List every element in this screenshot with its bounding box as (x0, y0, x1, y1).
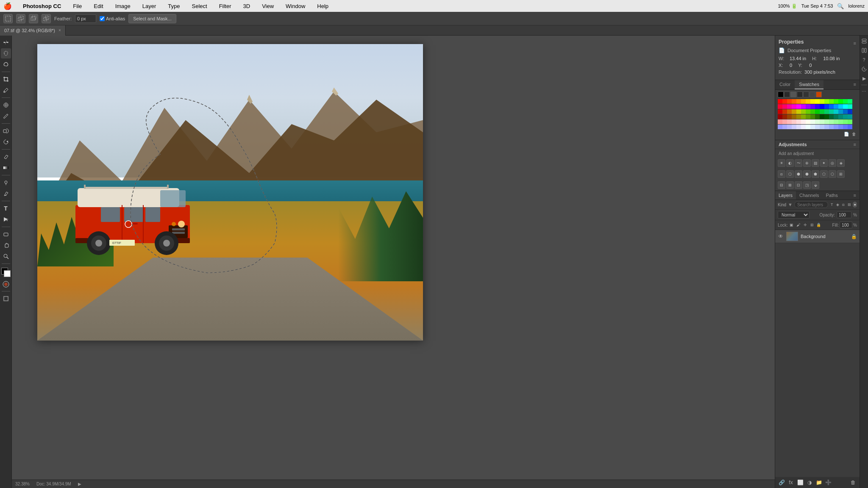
swatch[interactable] (820, 125, 824, 129)
swatch[interactable] (801, 99, 806, 104)
color-lookup-adj-btn[interactable]: ⬢ (795, 170, 802, 178)
swatch[interactable] (815, 99, 820, 104)
swatch[interactable] (838, 125, 843, 129)
paths-tab[interactable]: Paths (823, 191, 841, 200)
swatch-dark3[interactable] (797, 92, 803, 97)
swatch-dark4[interactable] (803, 92, 809, 97)
add-selection-btn[interactable] (16, 14, 25, 23)
swatch[interactable] (824, 104, 829, 109)
menu-view[interactable]: View (259, 2, 276, 10)
path-select-tool-btn[interactable] (1, 214, 11, 225)
swatch[interactable] (824, 125, 829, 129)
canvas-area[interactable]: 07TIF (12, 36, 775, 488)
filter-selected-btn[interactable]: ⧈ (841, 202, 846, 208)
swatch[interactable] (806, 119, 810, 124)
opacity-input[interactable] (837, 211, 851, 218)
background-layer-row[interactable]: 👁 Background 🔒 (775, 230, 860, 243)
swatch[interactable] (838, 114, 843, 119)
menu-image[interactable]: Image (113, 2, 133, 10)
menu-filter[interactable]: Filter (217, 2, 234, 10)
layer-visibility-eye[interactable]: 👁 (778, 233, 784, 239)
swatch[interactable] (782, 99, 787, 104)
swatch[interactable] (843, 99, 848, 104)
swatch[interactable] (806, 109, 810, 114)
delete-layer-btn[interactable]: 🗑 (849, 479, 857, 486)
swatch[interactable] (782, 125, 787, 129)
filter-toggle-btn[interactable]: ● (853, 202, 857, 208)
swatch[interactable] (810, 125, 815, 129)
swatch[interactable] (820, 99, 824, 104)
adj-btn-b[interactable]: ⊠ (786, 181, 794, 189)
swatch[interactable] (782, 109, 787, 114)
swatch[interactable] (778, 104, 782, 109)
swatch[interactable] (806, 99, 810, 104)
channels-tab[interactable]: Channels (796, 191, 822, 200)
swatch[interactable] (787, 109, 792, 114)
swatch[interactable] (843, 125, 848, 129)
photo-filter-adj-btn[interactable]: ⧈ (778, 170, 785, 178)
lock-all-btn[interactable]: 🔒 (816, 222, 822, 228)
history-panel-btn[interactable] (860, 65, 868, 73)
swatch[interactable] (792, 99, 796, 104)
swatch[interactable] (810, 104, 815, 109)
adj-btn-d[interactable]: ◳ (803, 181, 811, 189)
swatch[interactable] (829, 125, 834, 129)
menu-help[interactable]: Help (314, 2, 331, 10)
swatch[interactable] (778, 119, 782, 124)
swatch[interactable] (787, 99, 792, 104)
swatch[interactable] (792, 109, 796, 114)
menu-file[interactable]: File (70, 2, 84, 10)
swatch[interactable] (820, 104, 824, 109)
subtract-selection-btn[interactable] (29, 14, 38, 23)
fill-layer-btn[interactable]: ◑ (806, 479, 813, 486)
swatch-dark2[interactable] (790, 92, 796, 97)
panel-menu-btn[interactable]: ≡ (850, 80, 860, 89)
swatch[interactable] (824, 99, 829, 104)
eraser-tool-btn[interactable] (1, 152, 11, 162)
delete-swatch-btn[interactable]: 🗑 (851, 131, 857, 137)
swatch[interactable] (796, 125, 801, 129)
swatch[interactable] (806, 104, 810, 109)
posterize-adj-btn[interactable]: ⬟ (812, 170, 819, 178)
hsl-adj-btn[interactable]: ✦ (820, 159, 828, 167)
menu-layer[interactable]: Layer (140, 2, 159, 10)
move-tool-btn[interactable] (1, 37, 11, 47)
swatch[interactable] (834, 114, 838, 119)
swatch-orange[interactable] (816, 92, 822, 97)
colorbalance-adj-btn[interactable]: ◎ (829, 159, 836, 167)
swatch[interactable] (834, 125, 838, 129)
swatch[interactable] (834, 104, 838, 109)
filter-type-btn[interactable]: T (830, 202, 834, 208)
swatch[interactable] (838, 109, 843, 114)
swatch[interactable] (820, 119, 824, 124)
shape-tool-btn[interactable] (1, 229, 11, 239)
properties-panel-btn[interactable] (860, 37, 868, 45)
swatch[interactable] (824, 119, 829, 124)
filter-artboard-btn[interactable]: ⊞ (847, 202, 851, 208)
antialias-checkbox[interactable] (100, 16, 105, 21)
document-tab[interactable]: 07.tif @ 32.4% (RGB/8*) × (0, 25, 66, 36)
screen-mode-btn[interactable] (1, 294, 11, 304)
swatch[interactable] (815, 119, 820, 124)
brush-tool-btn[interactable] (1, 111, 11, 121)
dodge-tool-btn[interactable] (1, 177, 11, 188)
swatch[interactable] (787, 119, 792, 124)
swatch[interactable] (815, 114, 820, 119)
swatch[interactable] (824, 109, 829, 114)
swatch[interactable] (787, 114, 792, 119)
swatch[interactable] (848, 114, 852, 119)
selective-color-adj-btn[interactable]: ⊞ (837, 170, 845, 178)
swatch[interactable] (782, 119, 787, 124)
intersect-selection-btn[interactable] (42, 14, 51, 23)
swatch[interactable] (778, 99, 782, 104)
swatch[interactable] (820, 114, 824, 119)
history-tool-btn[interactable] (1, 137, 11, 147)
swatch[interactable] (843, 109, 848, 114)
exposure-adj-btn[interactable]: ⊕ (803, 159, 811, 167)
libraries-panel-btn[interactable] (860, 47, 868, 54)
pen-tool-btn[interactable] (1, 189, 11, 199)
swatch[interactable] (796, 99, 801, 104)
swatch[interactable] (787, 104, 792, 109)
actions-panel-btn[interactable]: ▶ (860, 75, 868, 82)
arrow-icon[interactable]: ▶ (78, 482, 81, 486)
